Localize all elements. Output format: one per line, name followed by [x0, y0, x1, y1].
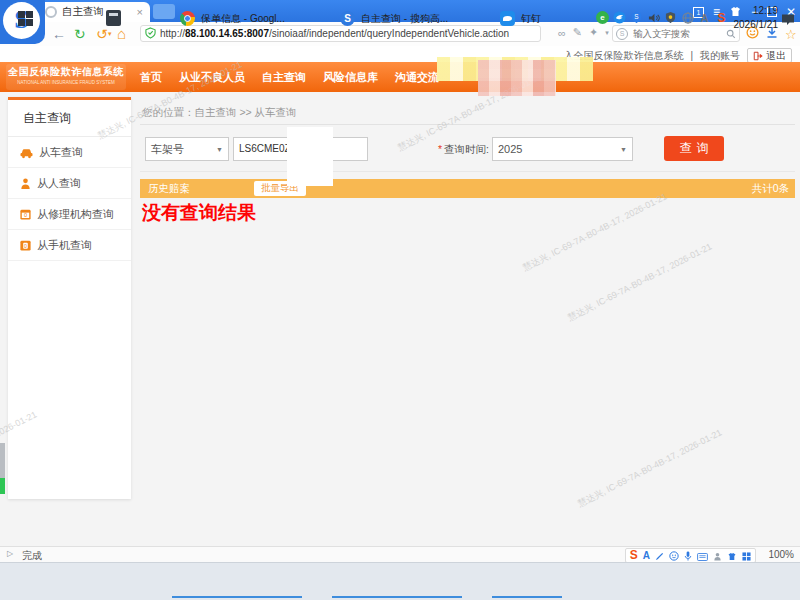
taskbar [0, 562, 800, 600]
main-nav: 首页 从业不良人员 自主查询 风险信息库 沟通交流 [140, 62, 439, 92]
svg-text:0: 0 [24, 212, 27, 218]
edge-scroll-indicator [0, 478, 5, 494]
query-time-label: *查询时间: [438, 143, 489, 157]
total-count: 共计0条 [752, 182, 789, 196]
wand-icon[interactable]: ✦ [589, 26, 598, 39]
sidebar-item-phone-query[interactable]: 0 从手机查询 [8, 230, 131, 261]
tray-360-icon[interactable]: e [596, 11, 609, 24]
ime-lang-icon[interactable]: A [643, 550, 650, 561]
task-active-underline [172, 596, 302, 598]
screen: 自主查询 × 1 ≡ − ✕ ← ↻ ↺ ▾ ⌂ http://88.100.1… [0, 0, 800, 600]
zoom-level[interactable]: 100% [768, 549, 794, 560]
nav-item-home[interactable]: 首页 [140, 70, 162, 85]
tray-volume-icon[interactable] [647, 11, 660, 24]
extension-icons: ∞ ✎ ✦ ▾ [558, 26, 609, 39]
redaction-white-block [287, 127, 333, 186]
sidebar-item-vehicle-query[interactable]: 从车查询 [8, 137, 131, 168]
my-account-link[interactable]: 我的账号 [700, 49, 740, 63]
history-section-bar: 历史赔案 批量导出 共计0条 [140, 179, 795, 198]
tray-defender-icon[interactable] [664, 11, 677, 24]
sidebar-item-label: 从修理机构查询 [37, 207, 114, 222]
taskbar-task-sogou-browser[interactable]: S 自主查询 - 搜狗高... [332, 0, 462, 37]
app-logo-subtitle: NATIONAL ANTI INSURANCE FRAUD SYSTEM [12, 79, 120, 84]
status-play-icon: ▷ [7, 549, 13, 558]
repair-org-icon: 0 [19, 208, 32, 221]
nav-item-self-query[interactable]: 自主查询 [262, 70, 306, 85]
clock-date: 2026/1/21 [734, 18, 779, 32]
undo-caret-icon[interactable]: ▾ [108, 30, 112, 38]
tray-security-shield-icon[interactable]: S [630, 11, 643, 24]
section-divider [140, 171, 795, 172]
required-mark: * [438, 143, 442, 155]
pen-icon[interactable]: ✎ [573, 26, 582, 39]
breadcrumb-divider [140, 124, 795, 125]
query-button[interactable]: 查询 [664, 136, 724, 161]
undo-icon[interactable]: ↺ [96, 26, 108, 42]
sidebar-item-label: 从车查询 [39, 145, 83, 160]
taskbar-task-chrome[interactable]: 保单信息 - Googl... [172, 0, 302, 37]
no-result-message: 没有查询结果 [142, 200, 256, 226]
query-field-select[interactable]: 车架号 ▼ [145, 137, 229, 161]
history-section-title: 历史赔案 [148, 182, 190, 196]
phone-icon: 0 [19, 239, 32, 252]
windows-start-button[interactable] [18, 11, 33, 26]
sidebar-item-person-query[interactable]: 从人查询 [8, 168, 131, 199]
task-active-underline [332, 596, 462, 598]
pinned-app-icon[interactable] [106, 10, 121, 26]
sidebar: 自主查询 从车查询 从人查询 0 从修理机构查询 0 从手机查询 [8, 97, 131, 499]
divider-text: | [690, 50, 693, 61]
back-icon[interactable]: ← [52, 26, 66, 42]
chevron-down-icon: ▼ [216, 146, 223, 153]
sidebar-item-label: 从人查询 [37, 176, 81, 191]
query-field-selected-value: 车架号 [151, 142, 216, 157]
query-time-selected-value: 2025 [498, 143, 620, 155]
dingtalk-icon [500, 11, 515, 26]
watermark: 慧达兴, IC-69-7A-B0-4B-17, 2026-01-21 [566, 240, 715, 324]
watermark: 慧达兴, IC-69-7A-B0-4B-17, 2026-01-21 [576, 426, 725, 510]
sidebar-title: 自主查询 [8, 100, 131, 137]
status-text: 完成 [22, 549, 42, 563]
tray-dingtalk-icon[interactable] [613, 11, 626, 24]
ime-toolbar: S A [625, 548, 756, 563]
chrome-icon [180, 11, 195, 26]
home-icon[interactable]: ⌂ [117, 26, 126, 42]
tray-sogou-icon[interactable]: S [715, 11, 728, 24]
taskbar-task-dingtalk[interactable]: 钉钉 [492, 0, 562, 37]
quick-search-box[interactable]: S [612, 25, 740, 42]
nav-item-risk-library[interactable]: 风险信息库 [323, 70, 378, 85]
site-security-shield-icon[interactable] [145, 25, 156, 43]
sidebar-item-label: 从手机查询 [37, 238, 92, 253]
tab-title: 自主查询 [62, 5, 134, 19]
clock-time: 12:19 [734, 4, 779, 18]
person-icon [19, 177, 32, 190]
edge-scrollbar-thumb[interactable] [0, 443, 5, 478]
nav-item-bad-practitioners[interactable]: 从业不良人员 [179, 70, 245, 85]
watermark: 慧达兴, IC-69-7A-B0-4B-17, 2026-01-21 [521, 190, 670, 274]
query-time-select[interactable]: 2025 ▼ [492, 137, 633, 161]
toolbar-caret-icon[interactable]: ▾ [605, 29, 609, 37]
browser-tab[interactable]: 自主查询 × [38, 2, 150, 22]
tab-favicon-icon [45, 6, 57, 18]
logout-button[interactable]: 退出 [747, 48, 792, 63]
logout-icon [753, 51, 763, 61]
tray-ime-lang-icon[interactable]: A [698, 11, 711, 24]
sogou-icon: S [340, 11, 355, 26]
search-engine-icon: S [616, 28, 628, 40]
action-center-icon[interactable] [781, 12, 795, 30]
nav-item-communication[interactable]: 沟通交流 [395, 70, 439, 85]
system-tray: e S A S [596, 11, 728, 24]
sidebar-item-repair-org-query[interactable]: 0 从修理机构查询 [8, 199, 131, 230]
refresh-icon[interactable]: ↻ [74, 26, 86, 42]
redaction-mosaic-pink [478, 60, 556, 96]
sogou-ime-icon[interactable]: S [630, 549, 638, 562]
search-input[interactable] [631, 27, 726, 40]
browser-statusbar: ▷ 完成 S A 100% [0, 546, 800, 562]
taskbar-clock[interactable]: 12:19 2026/1/21 [734, 4, 779, 32]
account-strip: 入全国反保险欺诈信息系统 | 我的账号 退出 [0, 46, 800, 62]
tab-close-icon[interactable]: × [134, 6, 146, 18]
chevron-down-icon: ▼ [620, 146, 627, 153]
task-active-underline [492, 596, 562, 598]
app-logo: 全国反保险欺诈信息系统 NATIONAL ANTI INSURANCE FRAU… [6, 64, 126, 90]
tray-network-icon[interactable] [681, 11, 694, 24]
svg-text:0: 0 [24, 242, 27, 248]
